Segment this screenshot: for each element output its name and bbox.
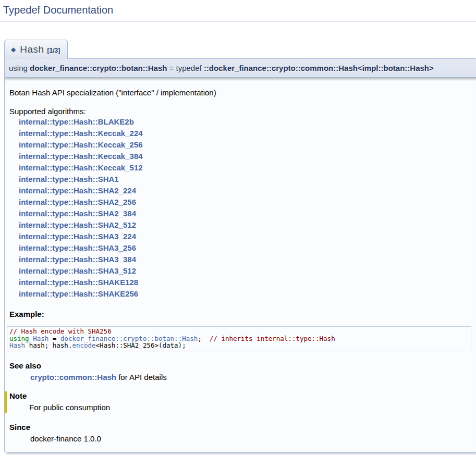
- code-line: using Hash = docker_finance::crypto::bot…: [9, 335, 469, 342]
- algorithm-list-item: internal::type::Hash::SHA3_256: [19, 242, 471, 254]
- algorithm-list-item: internal::type::Hash::SHA1: [19, 174, 471, 185]
- algorithm-list-item: internal::type::Hash::Keccak_384: [19, 151, 471, 162]
- algorithm-link[interactable]: internal::type::Hash::SHA3_512: [19, 266, 136, 275]
- since-label: Since: [9, 423, 471, 432]
- proto-target-type: ::docker_finance::crypto::common::Hash<i…: [204, 64, 434, 72]
- see-also-link[interactable]: crypto::common::Hash: [30, 373, 116, 382]
- note-text: For public consumption: [29, 403, 471, 412]
- algorithm-link[interactable]: internal::type::Hash::SHA2_384: [19, 209, 136, 218]
- algorithm-link[interactable]: internal::type::Hash::SHA3_256: [19, 243, 136, 252]
- algorithm-link[interactable]: internal::type::Hash::Keccak_224: [19, 129, 143, 138]
- note-section: Note For public consumption: [5, 391, 471, 413]
- algorithm-list-item: internal::type::Hash::SHA2_256: [19, 196, 471, 208]
- algorithm-link[interactable]: internal::type::Hash::SHA3_384: [19, 255, 136, 264]
- code-link[interactable]: encode: [72, 341, 95, 349]
- member-overload-count: [1/3]: [47, 47, 60, 54]
- algorithm-list-item: internal::type::Hash::SHA2_512: [19, 219, 471, 231]
- brief-description: Botan Hash API specialization ("interfac…: [9, 88, 471, 97]
- algorithms-list: internal::type::Hash::BLAKE2binternal::t…: [19, 116, 471, 300]
- see-also-label: See also: [9, 361, 471, 370]
- since-text: docker-finance 1.0.0: [30, 434, 471, 443]
- proto-using-keyword: using: [9, 64, 30, 72]
- algorithm-list-item: internal::type::Hash::Keccak_512: [19, 162, 471, 174]
- algorithm-link[interactable]: internal::type::Hash::Keccak_384: [19, 152, 143, 161]
- code-fragment: // Hash encode with SHA256using Hash = d…: [7, 326, 471, 351]
- algorithm-link[interactable]: internal::type::Hash::SHA3_224: [19, 232, 136, 241]
- permalink-diamond-icon[interactable]: ◆: [11, 46, 16, 53]
- typedef-documentation-section: Typedef Documentation ◆Hash[1/3] using d…: [0, 0, 476, 452]
- algorithm-list-item: internal::type::Hash::SHA2_384: [19, 208, 471, 219]
- code-token: <Hash::SHA2_256>(data);: [96, 341, 186, 349]
- algorithm-link[interactable]: internal::type::Hash::SHAKE128: [19, 278, 138, 287]
- member-tab: ◆Hash[1/3]: [4, 40, 68, 59]
- algorithm-list-item: internal::type::Hash::SHA2_224: [19, 185, 471, 196]
- algorithm-link[interactable]: internal::type::Hash::SHA2_256: [19, 198, 136, 206]
- code-token: ;: [198, 335, 210, 342]
- algorithm-list-item: internal::type::Hash::SHAKE128: [19, 277, 471, 288]
- page-title: Typedef Documentation: [0, 0, 476, 21]
- code-token: // inherits internal::type::Hash: [210, 335, 335, 342]
- member-tab-name: Hash: [20, 44, 44, 55]
- see-also-content: crypto::common::Hash for API details: [30, 373, 471, 382]
- see-also-section: See also crypto::common::Hash for API de…: [9, 361, 471, 382]
- member-prototype: using docker_finance::crypto::botan::Has…: [4, 58, 476, 78]
- algorithm-link[interactable]: internal::type::Hash::SHA2_512: [19, 220, 136, 229]
- algorithm-list-item: internal::type::Hash::Keccak_256: [19, 139, 471, 151]
- algorithm-link[interactable]: internal::type::Hash::SHA1: [19, 175, 119, 183]
- member-item: ◆Hash[1/3] using docker_finance::crypto:…: [4, 40, 476, 452]
- algorithm-link[interactable]: internal::type::Hash::BLAKE2b: [19, 117, 134, 126]
- see-also-suffix: for API details: [116, 373, 167, 382]
- member-doc: Botan Hash API specialization ("interfac…: [4, 78, 476, 452]
- proto-member-name: docker_finance::crypto::botan::Hash: [30, 64, 167, 72]
- algorithm-list-item: internal::type::Hash::BLAKE2b: [19, 116, 471, 128]
- algorithm-list-item: internal::type::Hash::SHAKE256: [19, 288, 471, 300]
- code-token: hash; hash.: [25, 341, 72, 349]
- algorithm-link[interactable]: internal::type::Hash::SHAKE256: [19, 289, 138, 298]
- proto-equals-typedef: = typedef: [167, 64, 203, 72]
- algorithm-list-item: internal::type::Hash::SHA3_224: [19, 231, 471, 242]
- algorithm-list-item: internal::type::Hash::SHA3_512: [19, 265, 471, 277]
- algorithm-link[interactable]: internal::type::Hash::Keccak_256: [19, 140, 143, 149]
- code-line: // Hash encode with SHA256: [9, 328, 469, 335]
- algorithm-list-item: internal::type::Hash::SHA3_384: [19, 254, 471, 265]
- algorithm-list-item: internal::type::Hash::Keccak_224: [19, 128, 471, 139]
- example-section: Example:: [9, 310, 471, 318]
- since-section: Since docker-finance 1.0.0: [9, 423, 471, 443]
- code-link[interactable]: Hash: [9, 341, 25, 349]
- note-label: Note: [9, 391, 471, 400]
- algorithm-link[interactable]: internal::type::Hash::SHA2_224: [19, 186, 136, 195]
- example-label: Example:: [9, 310, 471, 318]
- supported-algorithms-label: Supported algorithms:: [9, 107, 471, 116]
- algorithm-link[interactable]: internal::type::Hash::Keccak_512: [19, 163, 143, 172]
- code-line: Hash hash; hash.encode<Hash::SHA2_256>(d…: [9, 342, 469, 349]
